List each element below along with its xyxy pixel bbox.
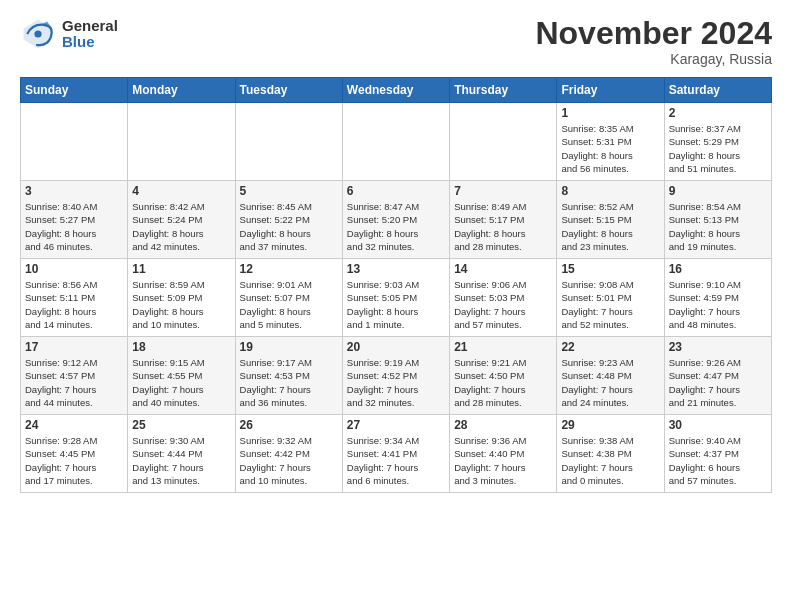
day-number: 28 — [454, 418, 552, 432]
day-number: 14 — [454, 262, 552, 276]
day-info: Sunrise: 8:37 AM Sunset: 5:29 PM Dayligh… — [669, 122, 767, 175]
day-info: Sunrise: 8:47 AM Sunset: 5:20 PM Dayligh… — [347, 200, 445, 253]
day-number: 10 — [25, 262, 123, 276]
table-row: 24Sunrise: 9:28 AM Sunset: 4:45 PM Dayli… — [21, 415, 128, 493]
day-number: 7 — [454, 184, 552, 198]
day-info: Sunrise: 9:19 AM Sunset: 4:52 PM Dayligh… — [347, 356, 445, 409]
logo-general: General — [62, 18, 118, 35]
logo-text: General Blue — [62, 18, 118, 51]
table-row: 20Sunrise: 9:19 AM Sunset: 4:52 PM Dayli… — [342, 337, 449, 415]
day-number: 11 — [132, 262, 230, 276]
page: General Blue November 2024 Karagay, Russ… — [0, 0, 792, 503]
table-row: 28Sunrise: 9:36 AM Sunset: 4:40 PM Dayli… — [450, 415, 557, 493]
day-number: 27 — [347, 418, 445, 432]
day-number: 16 — [669, 262, 767, 276]
calendar-week-1: 3Sunrise: 8:40 AM Sunset: 5:27 PM Daylig… — [21, 181, 772, 259]
col-sunday: Sunday — [21, 78, 128, 103]
day-info: Sunrise: 9:38 AM Sunset: 4:38 PM Dayligh… — [561, 434, 659, 487]
table-row: 12Sunrise: 9:01 AM Sunset: 5:07 PM Dayli… — [235, 259, 342, 337]
table-row: 19Sunrise: 9:17 AM Sunset: 4:53 PM Dayli… — [235, 337, 342, 415]
day-info: Sunrise: 9:21 AM Sunset: 4:50 PM Dayligh… — [454, 356, 552, 409]
day-info: Sunrise: 9:34 AM Sunset: 4:41 PM Dayligh… — [347, 434, 445, 487]
day-info: Sunrise: 9:36 AM Sunset: 4:40 PM Dayligh… — [454, 434, 552, 487]
col-thursday: Thursday — [450, 78, 557, 103]
day-info: Sunrise: 8:45 AM Sunset: 5:22 PM Dayligh… — [240, 200, 338, 253]
table-row: 15Sunrise: 9:08 AM Sunset: 5:01 PM Dayli… — [557, 259, 664, 337]
table-row: 13Sunrise: 9:03 AM Sunset: 5:05 PM Dayli… — [342, 259, 449, 337]
day-info: Sunrise: 8:40 AM Sunset: 5:27 PM Dayligh… — [25, 200, 123, 253]
day-info: Sunrise: 9:30 AM Sunset: 4:44 PM Dayligh… — [132, 434, 230, 487]
table-row: 4Sunrise: 8:42 AM Sunset: 5:24 PM Daylig… — [128, 181, 235, 259]
day-info: Sunrise: 9:01 AM Sunset: 5:07 PM Dayligh… — [240, 278, 338, 331]
table-row: 7Sunrise: 8:49 AM Sunset: 5:17 PM Daylig… — [450, 181, 557, 259]
day-info: Sunrise: 9:03 AM Sunset: 5:05 PM Dayligh… — [347, 278, 445, 331]
day-number: 26 — [240, 418, 338, 432]
day-info: Sunrise: 9:06 AM Sunset: 5:03 PM Dayligh… — [454, 278, 552, 331]
day-number: 17 — [25, 340, 123, 354]
day-number: 6 — [347, 184, 445, 198]
day-number: 18 — [132, 340, 230, 354]
day-number: 12 — [240, 262, 338, 276]
table-row: 5Sunrise: 8:45 AM Sunset: 5:22 PM Daylig… — [235, 181, 342, 259]
logo-icon — [20, 16, 56, 52]
day-number: 1 — [561, 106, 659, 120]
svg-point-1 — [34, 30, 41, 37]
table-row: 17Sunrise: 9:12 AM Sunset: 4:57 PM Dayli… — [21, 337, 128, 415]
title-block: November 2024 Karagay, Russia — [535, 16, 772, 67]
day-info: Sunrise: 9:26 AM Sunset: 4:47 PM Dayligh… — [669, 356, 767, 409]
col-friday: Friday — [557, 78, 664, 103]
calendar-header-row: Sunday Monday Tuesday Wednesday Thursday… — [21, 78, 772, 103]
col-tuesday: Tuesday — [235, 78, 342, 103]
day-info: Sunrise: 9:23 AM Sunset: 4:48 PM Dayligh… — [561, 356, 659, 409]
day-info: Sunrise: 8:35 AM Sunset: 5:31 PM Dayligh… — [561, 122, 659, 175]
table-row: 14Sunrise: 9:06 AM Sunset: 5:03 PM Dayli… — [450, 259, 557, 337]
table-row: 27Sunrise: 9:34 AM Sunset: 4:41 PM Dayli… — [342, 415, 449, 493]
table-row — [21, 103, 128, 181]
day-info: Sunrise: 8:49 AM Sunset: 5:17 PM Dayligh… — [454, 200, 552, 253]
table-row: 10Sunrise: 8:56 AM Sunset: 5:11 PM Dayli… — [21, 259, 128, 337]
table-row: 16Sunrise: 9:10 AM Sunset: 4:59 PM Dayli… — [664, 259, 771, 337]
day-number: 24 — [25, 418, 123, 432]
table-row: 30Sunrise: 9:40 AM Sunset: 4:37 PM Dayli… — [664, 415, 771, 493]
day-number: 23 — [669, 340, 767, 354]
table-row: 8Sunrise: 8:52 AM Sunset: 5:15 PM Daylig… — [557, 181, 664, 259]
day-number: 21 — [454, 340, 552, 354]
table-row — [450, 103, 557, 181]
table-row: 9Sunrise: 8:54 AM Sunset: 5:13 PM Daylig… — [664, 181, 771, 259]
day-info: Sunrise: 9:12 AM Sunset: 4:57 PM Dayligh… — [25, 356, 123, 409]
logo-blue: Blue — [62, 34, 118, 51]
day-info: Sunrise: 8:59 AM Sunset: 5:09 PM Dayligh… — [132, 278, 230, 331]
calendar-table: Sunday Monday Tuesday Wednesday Thursday… — [20, 77, 772, 493]
day-number: 5 — [240, 184, 338, 198]
day-info: Sunrise: 8:56 AM Sunset: 5:11 PM Dayligh… — [25, 278, 123, 331]
day-number: 9 — [669, 184, 767, 198]
day-number: 20 — [347, 340, 445, 354]
day-number: 8 — [561, 184, 659, 198]
day-number: 29 — [561, 418, 659, 432]
day-info: Sunrise: 9:40 AM Sunset: 4:37 PM Dayligh… — [669, 434, 767, 487]
table-row: 29Sunrise: 9:38 AM Sunset: 4:38 PM Dayli… — [557, 415, 664, 493]
day-info: Sunrise: 8:42 AM Sunset: 5:24 PM Dayligh… — [132, 200, 230, 253]
day-number: 2 — [669, 106, 767, 120]
day-info: Sunrise: 9:10 AM Sunset: 4:59 PM Dayligh… — [669, 278, 767, 331]
calendar-week-3: 17Sunrise: 9:12 AM Sunset: 4:57 PM Dayli… — [21, 337, 772, 415]
logo: General Blue — [20, 16, 118, 52]
day-number: 4 — [132, 184, 230, 198]
header: General Blue November 2024 Karagay, Russ… — [20, 16, 772, 67]
day-info: Sunrise: 8:52 AM Sunset: 5:15 PM Dayligh… — [561, 200, 659, 253]
day-info: Sunrise: 9:08 AM Sunset: 5:01 PM Dayligh… — [561, 278, 659, 331]
col-wednesday: Wednesday — [342, 78, 449, 103]
table-row: 18Sunrise: 9:15 AM Sunset: 4:55 PM Dayli… — [128, 337, 235, 415]
day-number: 3 — [25, 184, 123, 198]
calendar-week-4: 24Sunrise: 9:28 AM Sunset: 4:45 PM Dayli… — [21, 415, 772, 493]
table-row — [342, 103, 449, 181]
col-saturday: Saturday — [664, 78, 771, 103]
table-row: 6Sunrise: 8:47 AM Sunset: 5:20 PM Daylig… — [342, 181, 449, 259]
day-number: 25 — [132, 418, 230, 432]
table-row: 22Sunrise: 9:23 AM Sunset: 4:48 PM Dayli… — [557, 337, 664, 415]
day-number: 30 — [669, 418, 767, 432]
table-row — [235, 103, 342, 181]
table-row: 23Sunrise: 9:26 AM Sunset: 4:47 PM Dayli… — [664, 337, 771, 415]
day-number: 22 — [561, 340, 659, 354]
day-info: Sunrise: 9:17 AM Sunset: 4:53 PM Dayligh… — [240, 356, 338, 409]
